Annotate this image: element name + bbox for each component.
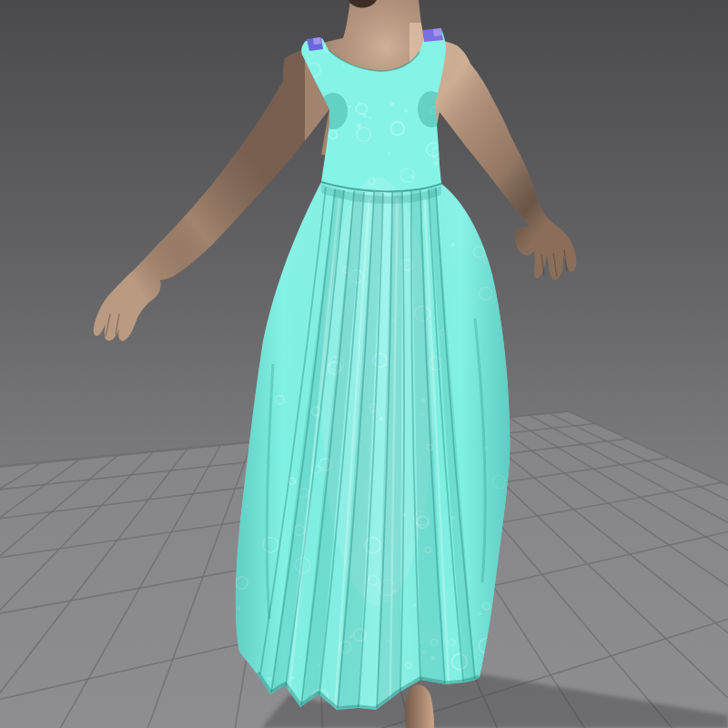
pattern-dot [390, 103, 395, 107]
pattern-dot [369, 116, 371, 118]
pattern-dot [404, 109, 408, 113]
seam-marker-left-highlight [313, 37, 321, 45]
pattern-dot [433, 161, 438, 166]
pattern-dot [357, 124, 361, 128]
pattern-dot [349, 106, 351, 108]
viewport-3d[interactable] [0, 0, 728, 728]
pattern-dot [363, 115, 366, 117]
pattern-dot [388, 152, 390, 155]
pattern-dot [342, 65, 344, 66]
seam-marker-right-highlight [433, 28, 442, 36]
pattern-dot [410, 175, 414, 178]
